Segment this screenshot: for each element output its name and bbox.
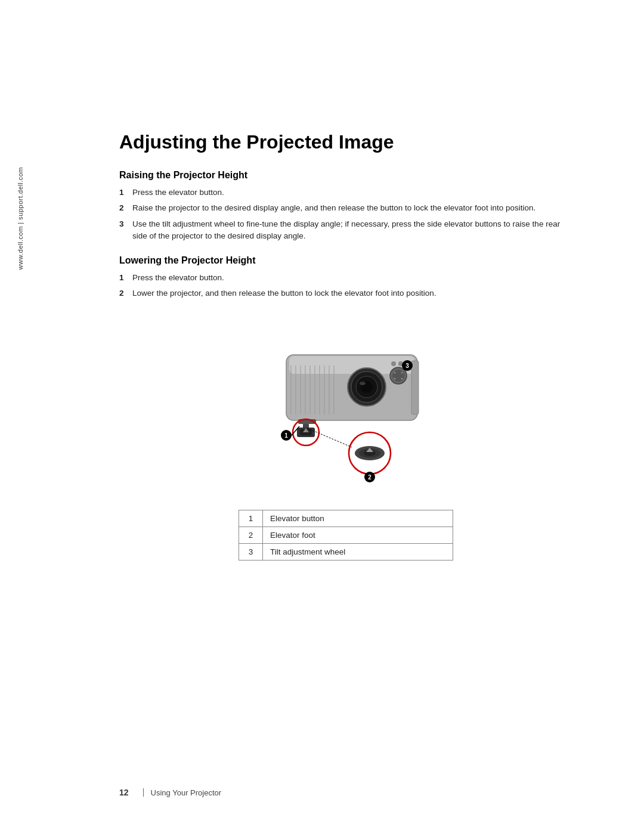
svg-point-31 — [401, 371, 403, 373]
item-text: Press the elevator button. — [132, 272, 572, 284]
item-number: 1 — [119, 272, 130, 284]
projector-illustration: 1 3 — [244, 313, 447, 492]
item-text: Lower the projector, and then release th… — [132, 287, 572, 299]
item-number: 1 — [119, 187, 130, 199]
list-item: 1 Press the elevator button. — [119, 187, 572, 199]
table-cell-label: Elevator button — [263, 510, 453, 527]
section-lowering: Lowering the Projector Height 1 Press th… — [119, 255, 572, 300]
table-cell-num: 1 — [239, 510, 263, 527]
footer-divider — [143, 788, 144, 797]
table-cell-num: 3 — [239, 543, 263, 560]
svg-point-18 — [391, 361, 396, 366]
side-text: www.dell.com | support.dell.com — [17, 167, 24, 270]
parts-table: 1 Elevator button 2 Elevator foot 3 Tilt… — [239, 510, 453, 561]
svg-text:3: 3 — [405, 363, 409, 369]
table-cell-label: Tilt adjustment wheel — [263, 543, 453, 560]
raising-list: 1 Press the elevator button. 2 Raise the… — [119, 187, 572, 242]
projector-image-area: 1 3 — [244, 313, 447, 492]
table-row: 2 Elevator foot — [239, 527, 453, 543]
svg-point-29 — [392, 370, 404, 382]
item-number: 2 — [119, 287, 130, 299]
section-heading-lowering: Lowering the Projector Height — [119, 255, 572, 266]
list-item: 2 Lower the projector, and then release … — [119, 287, 572, 299]
footer-text: Using Your Projector — [151, 788, 222, 797]
lowering-list: 1 Press the elevator button. 2 Lower the… — [119, 272, 572, 300]
item-number: 2 — [119, 202, 130, 214]
table-cell-num: 2 — [239, 527, 263, 543]
table-cell-label: Elevator foot — [263, 527, 453, 543]
item-text: Press the elevator button. — [132, 187, 572, 199]
main-content: Adjusting the Projected Image Raising th… — [119, 131, 572, 584]
page-footer: 12 Using Your Projector — [119, 788, 596, 797]
list-item: 2 Raise the projector to the desired dis… — [119, 202, 572, 214]
svg-point-32 — [394, 377, 396, 379]
item-number: 3 — [119, 218, 130, 230]
section-heading-raising: Raising the Projector Height — [119, 170, 572, 181]
list-item: 3 Use the tilt adjustment wheel to fine-… — [119, 218, 572, 243]
item-text: Use the tilt adjustment wheel to fine-tu… — [132, 218, 572, 243]
table-row: 3 Tilt adjustment wheel — [239, 543, 453, 560]
svg-line-44 — [307, 428, 352, 447]
svg-text:2: 2 — [368, 474, 371, 481]
page-container: www.dell.com | support.dell.com Adjustin… — [0, 0, 644, 833]
svg-point-16 — [360, 382, 366, 385]
svg-text:1: 1 — [284, 432, 288, 439]
list-item: 1 Press the elevator button. — [119, 272, 572, 284]
svg-rect-17 — [411, 361, 419, 414]
section-raising: Raising the Projector Height 1 Press the… — [119, 170, 572, 242]
item-text: Raise the projector to the desired displ… — [132, 202, 572, 214]
page-title: Adjusting the Projected Image — [119, 131, 572, 153]
table-row: 1 Elevator button — [239, 510, 453, 527]
svg-point-33 — [401, 377, 403, 379]
page-number: 12 — [119, 788, 129, 797]
svg-point-30 — [394, 371, 396, 373]
